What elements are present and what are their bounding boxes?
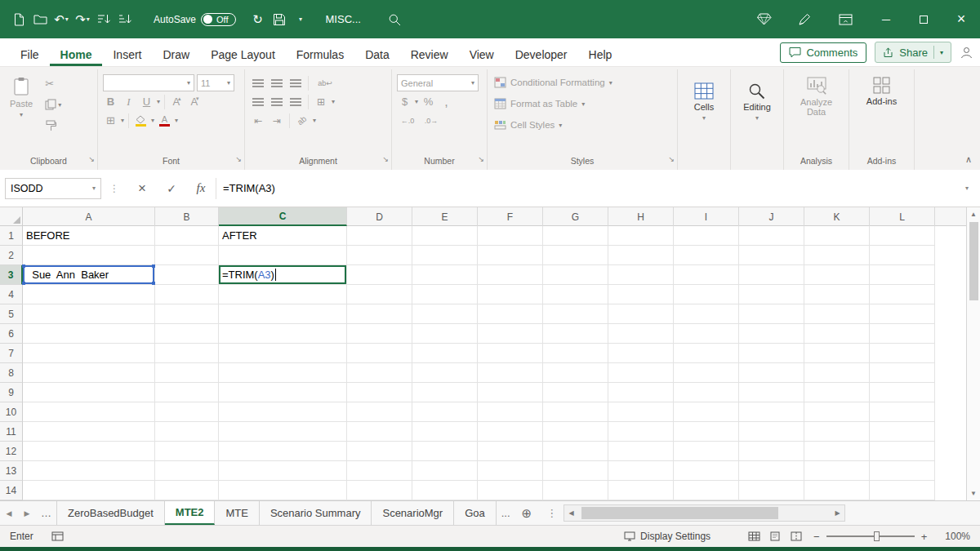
cell-L4[interactable] bbox=[870, 285, 935, 304]
align-left-button[interactable] bbox=[250, 94, 266, 110]
bold-button[interactable]: B bbox=[103, 94, 118, 110]
row-header-4[interactable]: 4 bbox=[0, 285, 23, 304]
row-header-1[interactable]: 1 bbox=[0, 226, 23, 246]
cell-D12[interactable] bbox=[347, 442, 412, 461]
horizontal-scrollbar[interactable]: ◀ ▶ bbox=[564, 504, 845, 522]
undo-button[interactable]: ↶▾ bbox=[51, 7, 72, 32]
cell-C3[interactable]: =TRIM(A3) bbox=[219, 265, 347, 285]
name-box[interactable]: ISODD ▾ bbox=[5, 178, 101, 199]
cell-G2[interactable] bbox=[543, 246, 608, 265]
cell-F10[interactable] bbox=[478, 402, 543, 422]
align-right-button[interactable] bbox=[287, 94, 304, 110]
chevron-down-icon[interactable]: ▾ bbox=[20, 111, 23, 118]
minimize-button[interactable]: ─ bbox=[867, 0, 905, 38]
cell-H2[interactable] bbox=[608, 246, 674, 265]
cell-L13[interactable] bbox=[870, 461, 935, 481]
cell-I7[interactable] bbox=[674, 344, 739, 363]
cell-B7[interactable] bbox=[155, 344, 219, 363]
cell-C8[interactable] bbox=[219, 363, 347, 383]
chevron-down-icon[interactable]: ▾ bbox=[92, 184, 96, 192]
cell-E7[interactable] bbox=[412, 344, 478, 363]
cell-E4[interactable] bbox=[412, 285, 478, 304]
chevron-down-icon[interactable]: ▾ bbox=[415, 98, 418, 105]
underline-button[interactable]: U bbox=[139, 94, 154, 110]
increase-indent-button[interactable]: ⇥ bbox=[269, 113, 285, 129]
cell-D3[interactable] bbox=[347, 265, 412, 285]
cell-I11[interactable] bbox=[674, 422, 739, 442]
cell-G9[interactable] bbox=[543, 383, 608, 402]
sheet-tab-zerobasedbudget[interactable]: ZeroBasedBudget bbox=[56, 501, 165, 525]
cell-H13[interactable] bbox=[608, 461, 674, 481]
cell-E8[interactable] bbox=[412, 363, 478, 383]
cell-L3[interactable] bbox=[870, 265, 935, 285]
cell-C7[interactable] bbox=[219, 344, 347, 363]
cell-E6[interactable] bbox=[412, 324, 478, 344]
row-header-11[interactable]: 11 bbox=[0, 422, 23, 442]
cell-F13[interactable] bbox=[478, 461, 543, 481]
column-header-K[interactable]: K bbox=[804, 207, 870, 226]
cell-G13[interactable] bbox=[543, 461, 608, 481]
cell-E3[interactable] bbox=[412, 265, 478, 285]
page-layout-view-button[interactable] bbox=[764, 528, 786, 544]
cell-K11[interactable] bbox=[804, 422, 870, 442]
cell-H12[interactable] bbox=[608, 442, 674, 461]
cell-C12[interactable] bbox=[219, 442, 347, 461]
decrease-decimal-button[interactable]: .0→ bbox=[421, 113, 442, 129]
cancel-button[interactable]: × bbox=[127, 180, 157, 197]
cell-B14[interactable] bbox=[155, 481, 219, 500]
scroll-left-icon[interactable]: ◀ bbox=[564, 505, 578, 521]
sheet-nav-right[interactable]: ▶ bbox=[18, 501, 36, 525]
cell-styles-button[interactable]: Cell Styles ▾ bbox=[492, 114, 672, 136]
comments-button[interactable]: Comments bbox=[780, 42, 866, 63]
cell-B1[interactable] bbox=[155, 226, 219, 246]
menu-tab-view[interactable]: View bbox=[459, 42, 505, 66]
cell-F4[interactable] bbox=[478, 285, 543, 304]
cell-B3[interactable] bbox=[155, 265, 219, 285]
wrap-text-button[interactable]: ab↩ bbox=[313, 75, 337, 91]
font-size-select[interactable]: 11▾ bbox=[197, 74, 234, 91]
cell-G12[interactable] bbox=[543, 442, 608, 461]
chevron-down-icon[interactable]: ▾ bbox=[313, 117, 316, 124]
cell-I10[interactable] bbox=[674, 402, 739, 422]
sheetbar-splitter-icon[interactable]: ⋮ bbox=[541, 501, 562, 525]
cell-F12[interactable] bbox=[478, 442, 543, 461]
chevron-down-icon[interactable]: ▾ bbox=[65, 16, 69, 23]
cell-F8[interactable] bbox=[478, 363, 543, 383]
cell-J7[interactable] bbox=[739, 344, 804, 363]
cell-F11[interactable] bbox=[478, 422, 543, 442]
cell-H8[interactable] bbox=[608, 363, 674, 383]
cell-I12[interactable] bbox=[674, 442, 739, 461]
cell-G5[interactable] bbox=[543, 304, 608, 324]
menu-tab-insert[interactable]: Insert bbox=[102, 42, 152, 66]
align-center-button[interactable] bbox=[269, 94, 285, 110]
cell-L10[interactable] bbox=[870, 402, 935, 422]
cell-C10[interactable] bbox=[219, 402, 347, 422]
cell-D11[interactable] bbox=[347, 422, 412, 442]
cell-K1[interactable] bbox=[804, 226, 870, 246]
add-sheet-button[interactable]: ⊕ bbox=[515, 501, 539, 525]
cell-J3[interactable] bbox=[739, 265, 804, 285]
cell-B13[interactable] bbox=[155, 461, 219, 481]
column-header-H[interactable]: H bbox=[608, 207, 674, 226]
chevron-down-icon[interactable]: ▾ bbox=[175, 117, 178, 124]
cell-D14[interactable] bbox=[347, 481, 412, 500]
row-header-12[interactable]: 12 bbox=[0, 442, 23, 461]
cell-G10[interactable] bbox=[543, 402, 608, 422]
zoom-level[interactable]: 100% bbox=[945, 531, 970, 542]
font-name-select[interactable]: ▾ bbox=[103, 74, 194, 91]
cell-B6[interactable] bbox=[155, 324, 219, 344]
number-dialog-launcher[interactable]: ↘ bbox=[478, 152, 484, 167]
cell-D2[interactable] bbox=[347, 246, 412, 265]
sort-descending-button[interactable] bbox=[114, 7, 136, 32]
cell-L5[interactable] bbox=[870, 304, 935, 324]
row-header-7[interactable]: 7 bbox=[0, 344, 23, 363]
cell-D5[interactable] bbox=[347, 304, 412, 324]
row-header-9[interactable]: 9 bbox=[0, 383, 23, 402]
column-header-A[interactable]: A bbox=[23, 207, 155, 226]
cell-H9[interactable] bbox=[608, 383, 674, 402]
row-header-13[interactable]: 13 bbox=[0, 461, 23, 481]
cell-B11[interactable] bbox=[155, 422, 219, 442]
cell-G14[interactable] bbox=[543, 481, 608, 500]
currency-format-button[interactable]: $ bbox=[397, 94, 412, 110]
styles-dialog-launcher[interactable]: ↘ bbox=[668, 152, 675, 167]
